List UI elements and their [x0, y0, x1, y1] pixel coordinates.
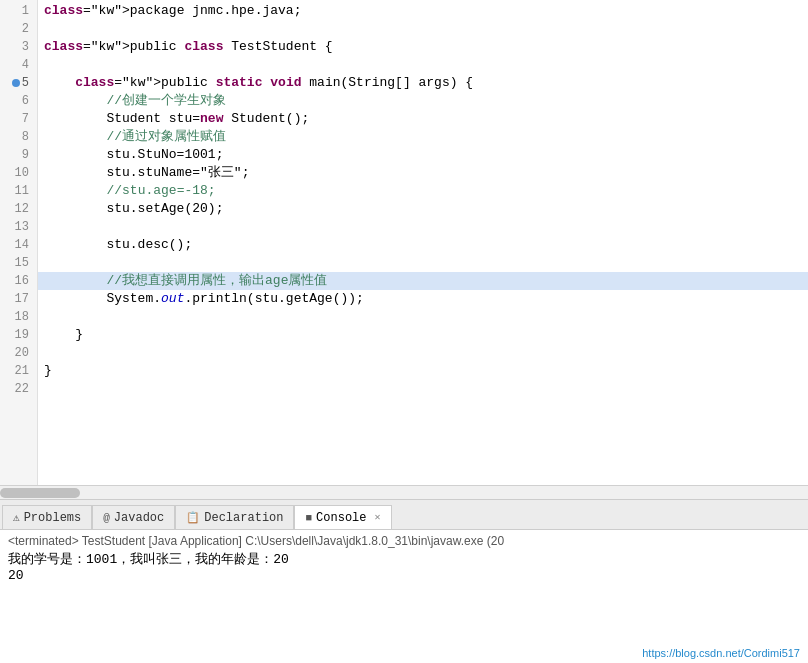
- code-line-5: class="kw">public static void main(Strin…: [38, 74, 808, 92]
- line-num-19: 19: [4, 326, 29, 344]
- code-line-16: //我想直接调用属性，输出age属性值: [38, 272, 808, 290]
- code-line-9: stu.StuNo=1001;: [38, 146, 808, 164]
- line-num-11: 11: [4, 182, 29, 200]
- bottom-section: ⚠Problems@Javadoc📋Declaration■Console✕ <…: [0, 500, 808, 663]
- tab-javadoc[interactable]: @Javadoc: [92, 505, 175, 529]
- code-line-19: }: [38, 326, 808, 344]
- console-output-line1: 我的学号是：1001，我叫张三，我的年龄是：20: [8, 550, 800, 568]
- declaration-icon: 📋: [186, 506, 200, 530]
- code-line-12: stu.setAge(20);: [38, 200, 808, 218]
- line-num-12: 12: [4, 200, 29, 218]
- line-num-9: 9: [4, 146, 29, 164]
- line-num-10: 10: [4, 164, 29, 182]
- line-num-5: 5: [4, 74, 29, 92]
- line-num-3: 3: [4, 38, 29, 56]
- line-num-17: 17: [4, 290, 29, 308]
- editor-area: 12345678910111213141516171819202122 clas…: [0, 0, 808, 500]
- line-num-20: 20: [4, 344, 29, 362]
- line-num-22: 22: [4, 380, 29, 398]
- code-line-18: [38, 308, 808, 326]
- watermark: https://blog.csdn.net/Cordimi517: [642, 647, 800, 659]
- code-line-7: Student stu=new Student();: [38, 110, 808, 128]
- tab-label-console: Console: [316, 506, 366, 530]
- tab-label-problems: Problems: [24, 506, 82, 530]
- tab-declaration[interactable]: 📋Declaration: [175, 505, 294, 529]
- code-line-4: [38, 56, 808, 74]
- code-line-2: [38, 20, 808, 38]
- line-num-2: 2: [4, 20, 29, 38]
- code-line-15: [38, 254, 808, 272]
- line-num-7: 7: [4, 110, 29, 128]
- code-line-10: stu.stuName="张三";: [38, 164, 808, 182]
- code-line-8: //通过对象属性赋值: [38, 128, 808, 146]
- javadoc-icon: @: [103, 506, 110, 530]
- code-line-6: //创建一个学生对象: [38, 92, 808, 110]
- line-num-14: 14: [4, 236, 29, 254]
- code-line-14: stu.desc();: [38, 236, 808, 254]
- scrollbar-thumb: [0, 488, 80, 498]
- code-line-13: [38, 218, 808, 236]
- console-terminated-line: <terminated> TestStudent [Java Applicati…: [8, 534, 800, 548]
- tab-problems[interactable]: ⚠Problems: [2, 505, 92, 529]
- console-icon: ■: [305, 506, 312, 530]
- line-num-15: 15: [4, 254, 29, 272]
- tab-close-icon[interactable]: ✕: [375, 506, 381, 530]
- tab-console[interactable]: ■Console✕: [294, 505, 391, 529]
- code-line-1: class="kw">package jnmc.hpe.java;: [38, 2, 808, 20]
- line-num-21: 21: [4, 362, 29, 380]
- line-num-13: 13: [4, 218, 29, 236]
- code-line-21: }: [38, 362, 808, 380]
- tabs-bar: ⚠Problems@Javadoc📋Declaration■Console✕: [0, 500, 808, 530]
- line-num-6: 6: [4, 92, 29, 110]
- line-num-18: 18: [4, 308, 29, 326]
- console-output-line2: 20: [8, 568, 800, 583]
- tab-label-declaration: Declaration: [204, 506, 283, 530]
- line-numbers: 12345678910111213141516171819202122: [0, 0, 38, 485]
- code-line-22: [38, 380, 808, 398]
- line-num-1: 1: [4, 2, 29, 20]
- horizontal-scrollbar[interactable]: [0, 485, 808, 499]
- line-num-4: 4: [4, 56, 29, 74]
- code-line-17: System.out.println(stu.getAge());: [38, 290, 808, 308]
- code-content[interactable]: class="kw">package jnmc.hpe.java; class=…: [38, 0, 808, 485]
- line-num-8: 8: [4, 128, 29, 146]
- code-container: 12345678910111213141516171819202122 clas…: [0, 0, 808, 485]
- console-output-area: <terminated> TestStudent [Java Applicati…: [0, 530, 808, 663]
- code-line-3: class="kw">public class TestStudent {: [38, 38, 808, 56]
- code-line-11: //stu.age=-18;: [38, 182, 808, 200]
- code-line-20: [38, 344, 808, 362]
- problems-icon: ⚠: [13, 506, 20, 530]
- tab-label-javadoc: Javadoc: [114, 506, 164, 530]
- line-num-16: 16: [4, 272, 29, 290]
